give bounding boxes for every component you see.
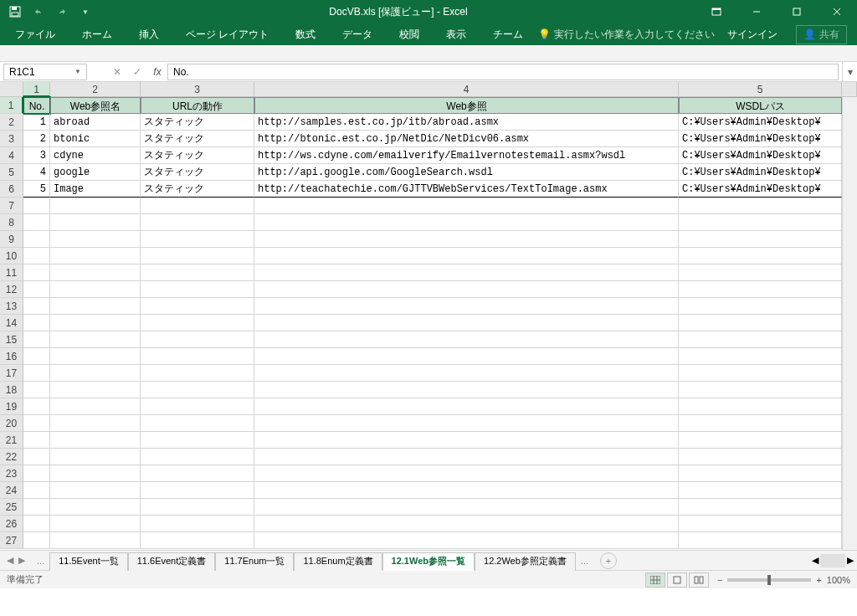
cell[interactable]: [50, 198, 141, 214]
cell[interactable]: [679, 264, 842, 281]
cell[interactable]: [50, 248, 141, 264]
cell[interactable]: [23, 398, 50, 415]
cell[interactable]: [141, 415, 254, 432]
cell[interactable]: [23, 214, 50, 231]
scroll-thumb[interactable]: [820, 554, 845, 567]
select-all[interactable]: [0, 82, 23, 97]
cell[interactable]: [141, 198, 254, 214]
pagelayout-view-button[interactable]: [667, 572, 687, 588]
row-header[interactable]: 5: [0, 164, 23, 181]
share-button[interactable]: 👤 共有: [796, 25, 847, 44]
cell[interactable]: [679, 532, 842, 549]
maximize-button[interactable]: [780, 0, 813, 23]
cell[interactable]: 3: [23, 147, 50, 164]
sheet-tab[interactable]: 11.7Enum一覧: [215, 552, 294, 571]
cell[interactable]: [254, 298, 679, 315]
cell[interactable]: [679, 415, 842, 432]
cell[interactable]: Web参照: [254, 97, 679, 114]
cell[interactable]: [23, 264, 50, 281]
row-header[interactable]: 16: [0, 348, 23, 365]
cell[interactable]: [50, 214, 141, 231]
cell[interactable]: [23, 331, 50, 348]
cell[interactable]: [141, 348, 254, 365]
cell[interactable]: [254, 398, 679, 415]
insert-tab[interactable]: 挿入: [127, 23, 171, 45]
cell[interactable]: スタティック: [141, 181, 254, 198]
cell[interactable]: [141, 516, 254, 532]
cell[interactable]: [23, 532, 50, 549]
cell[interactable]: [50, 315, 141, 331]
zoom-level[interactable]: 100%: [827, 575, 850, 585]
cell[interactable]: [50, 331, 141, 348]
cell[interactable]: [23, 281, 50, 298]
row-header[interactable]: 18: [0, 382, 23, 398]
cell[interactable]: [50, 264, 141, 281]
view-tab[interactable]: 表示: [434, 23, 478, 45]
sheet-tab[interactable]: 12.2Web参照定義書: [475, 552, 576, 571]
cell[interactable]: スタティック: [141, 114, 254, 131]
row-header[interactable]: 3: [0, 131, 23, 147]
cell[interactable]: [23, 382, 50, 398]
cell[interactable]: [141, 432, 254, 449]
cell[interactable]: [141, 231, 254, 248]
cell[interactable]: [50, 281, 141, 298]
cell[interactable]: [50, 432, 141, 449]
cell[interactable]: cdyne: [50, 147, 141, 164]
cell[interactable]: [23, 348, 50, 365]
cell[interactable]: [141, 382, 254, 398]
cell[interactable]: 1: [23, 114, 50, 131]
cell[interactable]: http://api.google.com/GoogleSearch.wsdl: [254, 164, 679, 181]
cell[interactable]: http://samples.est.co.jp/itb/abroad.asmx: [254, 114, 679, 131]
cell[interactable]: [254, 348, 679, 365]
save-button[interactable]: [7, 3, 23, 20]
zoom-in-button[interactable]: +: [816, 575, 821, 585]
cell[interactable]: WSDLパス: [679, 97, 842, 114]
cell[interactable]: [254, 516, 679, 532]
cell[interactable]: [679, 432, 842, 449]
row-header[interactable]: 22: [0, 449, 23, 465]
cell[interactable]: C:¥Users¥Admin¥Desktop¥: [679, 131, 842, 147]
cell[interactable]: [50, 348, 141, 365]
vertical-scrollbar[interactable]: [842, 97, 857, 550]
cell[interactable]: [254, 264, 679, 281]
col-header[interactable]: 5: [679, 82, 842, 97]
cell[interactable]: [23, 415, 50, 432]
cell[interactable]: [679, 198, 842, 214]
col-header[interactable]: [842, 82, 857, 97]
cell[interactable]: スタティック: [141, 147, 254, 164]
row-header[interactable]: 21: [0, 432, 23, 449]
cell[interactable]: [50, 516, 141, 532]
cell[interactable]: [23, 231, 50, 248]
cell[interactable]: [679, 281, 842, 298]
cell[interactable]: [141, 248, 254, 264]
row-header[interactable]: 2: [0, 114, 23, 131]
sheet-overflow-right[interactable]: ...: [576, 556, 593, 566]
cell[interactable]: [254, 532, 679, 549]
row-header[interactable]: 11: [0, 264, 23, 281]
cancel-button[interactable]: ✕: [107, 64, 127, 80]
row-header[interactable]: 26: [0, 516, 23, 532]
cell[interactable]: 2: [23, 131, 50, 147]
sheet-nav[interactable]: ◀▶: [0, 555, 32, 566]
cell[interactable]: [679, 298, 842, 315]
row-header[interactable]: 6: [0, 181, 23, 198]
cell[interactable]: [254, 365, 679, 382]
cell[interactable]: 5: [23, 181, 50, 198]
cell[interactable]: [141, 532, 254, 549]
cell[interactable]: [141, 214, 254, 231]
cell[interactable]: [254, 248, 679, 264]
cell[interactable]: [254, 382, 679, 398]
cell[interactable]: [141, 281, 254, 298]
cell[interactable]: [254, 449, 679, 465]
cell[interactable]: [50, 499, 141, 516]
row-header[interactable]: 19: [0, 398, 23, 415]
cell[interactable]: [679, 499, 842, 516]
sheet-tab[interactable]: 11.5Event一覧: [49, 552, 128, 571]
cell[interactable]: [679, 398, 842, 415]
cell[interactable]: [254, 198, 679, 214]
cell[interactable]: [679, 516, 842, 532]
cell[interactable]: C:¥Users¥Admin¥Desktop¥: [679, 114, 842, 131]
zoom-out-button[interactable]: −: [717, 575, 722, 585]
cell[interactable]: [254, 415, 679, 432]
cell[interactable]: btonic: [50, 131, 141, 147]
